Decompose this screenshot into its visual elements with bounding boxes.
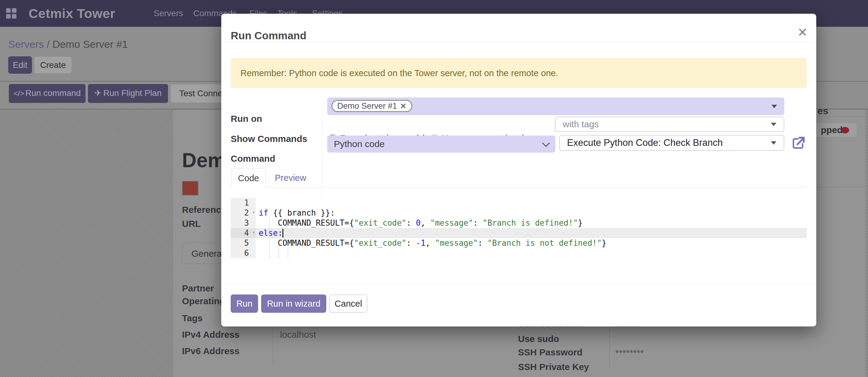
- label-run-on: Run on: [231, 114, 262, 124]
- gutter-line[interactable]: 3: [231, 218, 256, 228]
- warning-alert: Remember: Python code is executed on the…: [231, 58, 807, 88]
- command-type-value: Python code: [334, 136, 385, 152]
- code-token: :: [406, 238, 416, 248]
- field-label-operating: Operating: [182, 296, 225, 306]
- code-token: :: [473, 219, 483, 228]
- tab-preview[interactable]: Preview: [275, 168, 306, 187]
- breadcrumb-current: Demo Server #1: [52, 38, 128, 50]
- field-label-ssh-private-key: SSH Private Key: [518, 362, 589, 372]
- close-icon[interactable]: ✕: [797, 25, 808, 39]
- right-panel-divider-bottom: [816, 187, 865, 187]
- tag-remove-icon[interactable]: ✕: [400, 102, 407, 110]
- plane-icon: ✈: [94, 88, 101, 98]
- dropdown-caret-icon[interactable]: [771, 141, 776, 145]
- run-on-multiselect[interactable]: Demo Server #1✕: [327, 97, 784, 115]
- command-value: Execute Python Code: Check Branch: [567, 136, 723, 150]
- command-type-select[interactable]: Python code: [327, 136, 555, 152]
- code-token: {{ branch }}:: [268, 208, 335, 218]
- code-line[interactable]: if {{ branch }}:: [256, 208, 807, 218]
- code-token: :: [478, 238, 487, 248]
- chevron-down-icon[interactable]: [542, 139, 550, 147]
- fold-icon[interactable]: ▾: [252, 209, 255, 215]
- run-command-modal: Run Command ✕ Remember: Python code is e…: [221, 14, 816, 326]
- field-label-ssh-password: SSH Password: [518, 347, 583, 357]
- cancel-button[interactable]: Cancel: [329, 294, 367, 313]
- column-separator-left: [273, 323, 273, 362]
- create-button[interactable]: Create: [34, 56, 72, 74]
- breadcrumb: Servers / Demo Server #1: [8, 38, 128, 50]
- application-root: Cetmix Tower Servers Commands Files Tool…: [0, 0, 868, 377]
- tab-code[interactable]: Code: [231, 168, 266, 188]
- run-button[interactable]: Run: [231, 294, 258, 313]
- edit-button[interactable]: Edit: [8, 56, 32, 74]
- code-token: "exit_code": [354, 219, 406, 228]
- run-flight-plan-button[interactable]: ✈Run Flight Plan: [88, 84, 168, 103]
- field-label-use-sudo: Use sudo: [518, 334, 559, 344]
- gutter-line[interactable]: 2▾: [231, 208, 256, 218]
- modal-footer-divider: [221, 284, 816, 284]
- right-panel-divider-top: [816, 116, 865, 117]
- code-line[interactable]: [256, 248, 807, 258]
- code-token: "message": [430, 219, 473, 228]
- code-token: "message": [435, 238, 478, 248]
- warning-alert-text: Remember: Python code is executed on the…: [241, 58, 558, 88]
- text-cursor: [282, 229, 283, 237]
- code-line[interactable]: else:: [256, 228, 807, 238]
- code-line[interactable]: COMMAND_RESULT={"exit_code": -1, "messag…: [256, 238, 807, 248]
- nav-item-servers[interactable]: Servers: [154, 0, 183, 27]
- label-show-commands: Show Commands: [231, 134, 307, 144]
- breadcrumb-separator: /: [44, 38, 52, 50]
- code-token: COMMAND_RESULT={: [259, 219, 354, 228]
- code-token: :: [278, 228, 283, 237]
- code-token: -1: [416, 238, 426, 248]
- form-column-separator: [322, 96, 322, 199]
- code-token: ,: [421, 219, 430, 228]
- code-brackets-icon: </>: [14, 89, 24, 97]
- code-token: }: [578, 219, 583, 228]
- code-token: "Branch is defined!": [483, 219, 578, 228]
- field-label-reference: Reference: [182, 205, 226, 215]
- with-tags-select[interactable]: with tags: [555, 117, 784, 132]
- indent-guide: [278, 248, 279, 258]
- right-heading-fragment: es: [817, 105, 829, 117]
- field-label-partner: Partner: [182, 283, 214, 294]
- tabs-underline: [231, 187, 807, 187]
- modal-title: Run Command: [231, 30, 307, 42]
- code-token: }: [602, 238, 607, 248]
- indent-guide: [269, 218, 270, 258]
- code-token: COMMAND_RESULT={: [259, 238, 354, 248]
- fold-icon[interactable]: ▾: [252, 230, 255, 235]
- status-label-fragment: pped: [821, 123, 843, 137]
- indent-guide: [288, 248, 288, 258]
- color-swatch[interactable]: [182, 181, 198, 196]
- gutter-line[interactable]: 6: [231, 248, 256, 258]
- code-token: ,: [426, 238, 435, 248]
- external-link-icon[interactable]: [792, 137, 805, 150]
- gutter-line[interactable]: 4▾: [231, 228, 256, 238]
- code-token: if: [259, 208, 268, 218]
- dropdown-caret-icon[interactable]: [771, 123, 776, 126]
- code-token: :: [406, 219, 416, 228]
- field-label-url: URL: [182, 219, 201, 229]
- server-tag[interactable]: Demo Server #1✕: [332, 100, 412, 112]
- label-command: Command: [231, 153, 275, 164]
- gutter-line[interactable]: 5: [231, 238, 256, 248]
- field-value-ssh-password: ********: [615, 348, 644, 358]
- with-tags-placeholder: with tags: [563, 117, 599, 131]
- field-value-ipv4: localhost: [280, 329, 316, 340]
- breadcrumb-parent-link[interactable]: Servers: [8, 38, 44, 50]
- gutter-line[interactable]: 1: [231, 198, 256, 208]
- brand-title[interactable]: Cetmix Tower: [29, 0, 115, 27]
- editor-rows[interactable]: if {{ branch }}: COMMAND_RESULT={"exit_c…: [256, 198, 807, 258]
- run-in-wizard-button[interactable]: Run in wizard: [261, 294, 326, 313]
- code-line[interactable]: [256, 198, 807, 208]
- dropdown-caret-icon[interactable]: [772, 105, 777, 108]
- code-line[interactable]: COMMAND_RESULT={"exit_code": 0, "message…: [256, 218, 807, 228]
- code-token: 0: [416, 219, 421, 228]
- apps-grid-icon[interactable]: [6, 8, 17, 19]
- code-token: "Branch is not defined!": [487, 238, 602, 248]
- command-select[interactable]: Execute Python Code: Check Branch: [559, 135, 784, 151]
- code-token: else: [259, 228, 278, 237]
- run-command-button[interactable]: </>Run command: [9, 84, 86, 103]
- field-label-tags: Tags: [182, 313, 203, 323]
